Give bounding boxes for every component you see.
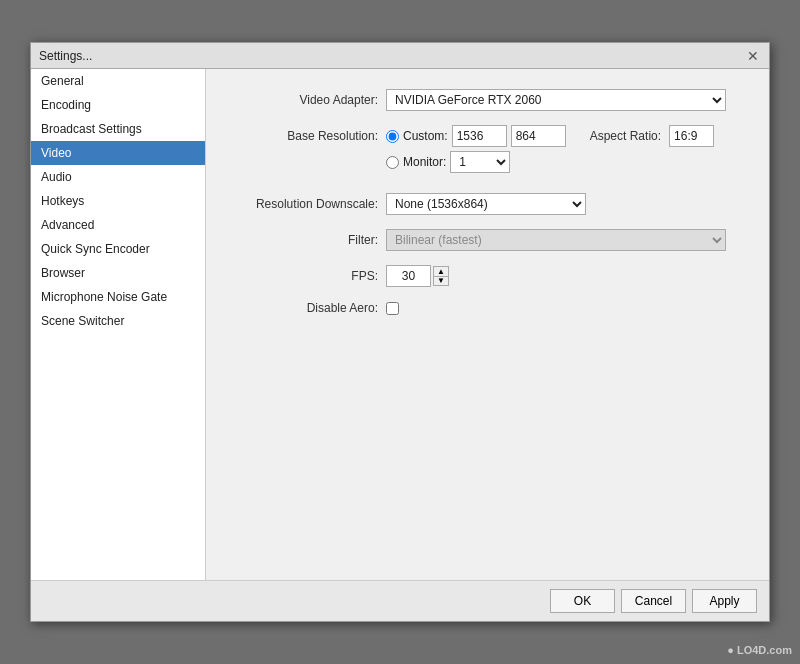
- close-button[interactable]: ✕: [745, 48, 761, 64]
- sidebar-item-video[interactable]: Video: [31, 141, 205, 165]
- dialog-body: General Encoding Broadcast Settings Vide…: [31, 69, 769, 580]
- monitor-radio-row: Monitor: 1: [386, 151, 714, 173]
- downscale-row: Resolution Downscale: None (1536x864): [236, 193, 739, 215]
- aspect-ratio-input[interactable]: 16:9: [669, 125, 714, 147]
- apply-button[interactable]: Apply: [692, 589, 757, 613]
- filter-label: Filter:: [236, 233, 386, 247]
- dialog-footer: OK Cancel Apply: [31, 580, 769, 621]
- base-resolution-row: Base Resolution: Custom: 1536 864 Aspect…: [236, 125, 739, 177]
- sidebar-item-advanced[interactable]: Advanced: [31, 213, 205, 237]
- settings-dialog: Settings... ✕ General Encoding Broadcast…: [30, 42, 770, 622]
- downscale-select[interactable]: None (1536x864): [386, 193, 586, 215]
- disable-aero-control: [386, 302, 739, 315]
- video-adapter-label: Video Adapter:: [236, 93, 386, 107]
- sidebar-item-broadcast-settings[interactable]: Broadcast Settings: [31, 117, 205, 141]
- resolution-height-input[interactable]: 864: [511, 125, 566, 147]
- title-bar: Settings... ✕: [31, 43, 769, 69]
- fps-spinner: ▲ ▼: [433, 266, 449, 286]
- sidebar-item-scene-switcher[interactable]: Scene Switcher: [31, 309, 205, 333]
- fps-down-button[interactable]: ▼: [433, 276, 449, 286]
- disable-aero-checkbox[interactable]: [386, 302, 399, 315]
- sidebar-item-microphone-noise-gate[interactable]: Microphone Noise Gate: [31, 285, 205, 309]
- monitor-label: Monitor:: [403, 155, 446, 169]
- settings-content: Video Adapter: NVIDIA GeForce RTX 2060 B…: [206, 69, 769, 580]
- sidebar-item-general[interactable]: General: [31, 69, 205, 93]
- downscale-label: Resolution Downscale:: [236, 197, 386, 211]
- fps-label: FPS:: [236, 269, 386, 283]
- video-adapter-select[interactable]: NVIDIA GeForce RTX 2060: [386, 89, 726, 111]
- disable-aero-row: Disable Aero:: [236, 301, 739, 315]
- video-adapter-control: NVIDIA GeForce RTX 2060: [386, 89, 739, 111]
- sidebar-item-quick-sync-encoder[interactable]: Quick Sync Encoder: [31, 237, 205, 261]
- disable-aero-label: Disable Aero:: [236, 301, 386, 315]
- watermark: ● LO4D.com: [727, 644, 792, 656]
- cancel-button[interactable]: Cancel: [621, 589, 686, 613]
- fps-row: FPS: 30 ▲ ▼: [236, 265, 739, 287]
- fps-control: 30 ▲ ▼: [386, 265, 739, 287]
- custom-radio-row: Custom: 1536 864 Aspect Ratio: 16:9: [386, 125, 714, 147]
- sidebar-item-audio[interactable]: Audio: [31, 165, 205, 189]
- base-resolution-label: Base Resolution:: [236, 125, 386, 143]
- sidebar-item-hotkeys[interactable]: Hotkeys: [31, 189, 205, 213]
- ok-button[interactable]: OK: [550, 589, 615, 613]
- downscale-control: None (1536x864): [386, 193, 739, 215]
- fps-up-button[interactable]: ▲: [433, 266, 449, 276]
- resolution-width-input[interactable]: 1536: [452, 125, 507, 147]
- resolution-inputs: 1536 864 Aspect Ratio: 16:9: [452, 125, 714, 147]
- filter-control: Bilinear (fastest): [386, 229, 739, 251]
- filter-row: Filter: Bilinear (fastest): [236, 229, 739, 251]
- custom-label: Custom:: [403, 129, 448, 143]
- monitor-radio[interactable]: [386, 156, 399, 169]
- base-resolution-control: Custom: 1536 864 Aspect Ratio: 16:9 Moni…: [386, 125, 739, 177]
- monitor-select[interactable]: 1: [450, 151, 510, 173]
- filter-select[interactable]: Bilinear (fastest): [386, 229, 726, 251]
- sidebar-item-browser[interactable]: Browser: [31, 261, 205, 285]
- sidebar: General Encoding Broadcast Settings Vide…: [31, 69, 206, 580]
- fps-group: 30 ▲ ▼: [386, 265, 449, 287]
- aspect-ratio-label: Aspect Ratio:: [590, 129, 661, 143]
- dialog-title: Settings...: [39, 49, 92, 63]
- video-adapter-row: Video Adapter: NVIDIA GeForce RTX 2060: [236, 89, 739, 111]
- custom-radio[interactable]: [386, 130, 399, 143]
- resolution-group: Custom: 1536 864 Aspect Ratio: 16:9 Moni…: [386, 125, 714, 177]
- sidebar-item-encoding[interactable]: Encoding: [31, 93, 205, 117]
- fps-input[interactable]: 30: [386, 265, 431, 287]
